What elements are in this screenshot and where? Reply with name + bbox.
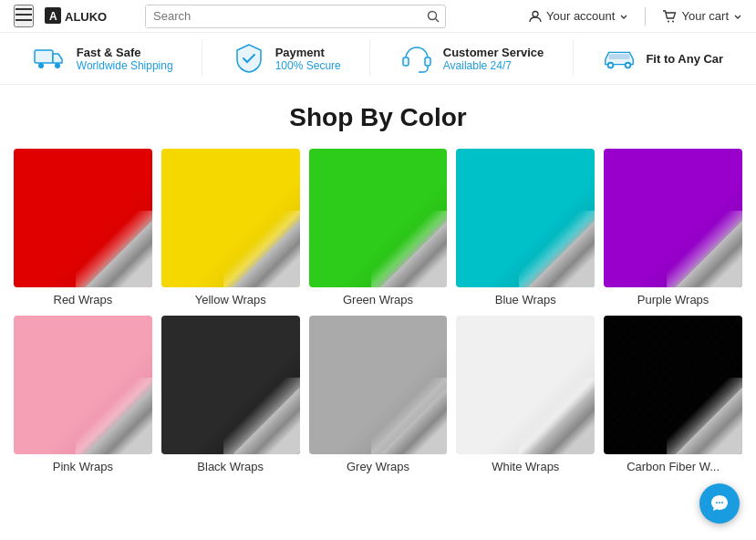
info-bar: Fast & Safe Worldwide Shipping Payment 1… <box>0 33 756 85</box>
grey-swatch <box>309 316 448 454</box>
carbon-label: Carbon Fiber W... <box>627 460 720 473</box>
shipping-title: Fast & Safe <box>77 46 173 59</box>
green-label: Green Wraps <box>343 293 413 306</box>
svg-rect-11 <box>35 50 53 63</box>
svg-point-20 <box>627 64 630 68</box>
svg-point-12 <box>38 63 44 68</box>
info-item-payment: Payment 100% Secure <box>232 41 341 76</box>
green-swatch <box>309 149 448 287</box>
red-label: Red Wraps <box>54 293 113 306</box>
cart-chevron-icon <box>733 12 742 21</box>
blue-swatch <box>456 149 595 287</box>
svg-point-8 <box>533 11 538 16</box>
peel-effect <box>676 221 742 287</box>
white-label: White Wraps <box>492 460 559 473</box>
svg-line-7 <box>436 18 440 22</box>
car-title: Fit to Any Car <box>646 52 723 66</box>
service-title: Customer Service <box>443 46 544 59</box>
yellow-swatch <box>161 149 300 287</box>
peel-effect <box>86 221 152 287</box>
main-content: Shop By Color Red Wraps Yellow Wraps Gre… <box>0 85 756 483</box>
peel-effect <box>233 221 300 287</box>
color-item-red[interactable]: Red Wraps <box>14 149 152 306</box>
chevron-down-icon <box>619 12 628 21</box>
red-swatch <box>14 149 152 287</box>
black-label: Black Wraps <box>197 460 264 473</box>
peel-effect <box>233 388 300 454</box>
svg-text:A: A <box>49 10 57 23</box>
divider-1 <box>202 40 202 77</box>
peel-effect <box>528 221 595 287</box>
info-item-car: Fit to Any Car <box>602 41 723 76</box>
service-subtitle: Available 24/7 <box>443 59 544 72</box>
search-button[interactable] <box>421 10 445 23</box>
svg-rect-16 <box>609 54 630 59</box>
purple-label: Purple Wraps <box>637 293 709 306</box>
white-swatch <box>456 316 595 454</box>
yellow-label: Yellow Wraps <box>195 293 266 306</box>
info-text-shipping: Fast & Safe Worldwide Shipping <box>77 46 173 72</box>
divider-2 <box>369 40 370 77</box>
account-label: Your account <box>546 9 615 23</box>
payment-subtitle: 100% Secure <box>275 59 341 72</box>
info-item-shipping: Fast & Safe Worldwide Shipping <box>33 41 173 76</box>
shipping-subtitle: Worldwide Shipping <box>77 59 173 72</box>
svg-point-10 <box>672 20 674 22</box>
divider-3 <box>573 40 574 77</box>
info-item-service: Customer Service Available 24/7 <box>399 41 544 76</box>
svg-point-19 <box>609 64 613 68</box>
blue-label: Blue Wraps <box>495 293 556 306</box>
color-item-grey[interactable]: Grey Wraps <box>309 316 448 473</box>
svg-rect-1 <box>16 14 32 16</box>
cart-label: Your cart <box>681 9 729 23</box>
header-divider <box>645 7 646 26</box>
peel-effect <box>676 388 742 454</box>
info-text-payment: Payment 100% Secure <box>275 46 341 72</box>
color-item-black[interactable]: Black Wraps <box>161 316 300 473</box>
hamburger-menu-button[interactable] <box>14 5 34 27</box>
color-item-blue[interactable]: Blue Wraps <box>456 149 595 306</box>
site-header: A ALUKO Your account <box>0 0 756 33</box>
black-swatch <box>161 316 300 454</box>
grey-label: Grey Wraps <box>347 460 409 473</box>
section-title: Shop By Color <box>14 103 742 132</box>
header-actions: Your account Your cart <box>529 7 742 26</box>
purple-swatch <box>604 149 742 287</box>
color-item-pink[interactable]: Pink Wraps <box>14 316 152 473</box>
color-grid: Red Wraps Yellow Wraps Green Wraps Blue … <box>14 149 742 473</box>
car-icon <box>602 41 637 76</box>
search-bar <box>145 5 446 28</box>
site-logo[interactable]: A ALUKO <box>45 5 127 27</box>
svg-rect-2 <box>16 19 32 21</box>
headset-icon <box>399 41 434 76</box>
color-item-green[interactable]: Green Wraps <box>309 149 448 306</box>
payment-title: Payment <box>275 46 341 59</box>
peel-effect <box>528 388 595 454</box>
pink-swatch <box>14 316 152 454</box>
svg-rect-0 <box>16 8 32 10</box>
truck-icon <box>33 41 67 76</box>
svg-rect-14 <box>403 57 409 66</box>
info-text-service: Customer Service Available 24/7 <box>443 46 544 72</box>
svg-point-6 <box>429 11 437 19</box>
color-item-yellow[interactable]: Yellow Wraps <box>161 149 300 306</box>
svg-point-13 <box>55 63 60 68</box>
svg-rect-15 <box>425 57 430 66</box>
search-input[interactable] <box>146 5 421 27</box>
cart-icon <box>662 10 677 23</box>
peel-effect <box>381 388 448 454</box>
color-item-white[interactable]: White Wraps <box>456 316 595 473</box>
pink-label: Pink Wraps <box>53 460 113 473</box>
account-button[interactable]: Your account <box>529 9 628 23</box>
color-item-purple[interactable]: Purple Wraps <box>604 149 742 306</box>
color-item-carbon[interactable]: Carbon Fiber W... <box>604 316 742 473</box>
info-text-car: Fit to Any Car <box>646 52 723 66</box>
svg-text:ALUKO: ALUKO <box>65 10 107 24</box>
svg-point-9 <box>668 20 669 22</box>
carbon-swatch <box>604 316 742 454</box>
peel-effect <box>86 388 152 454</box>
shield-icon <box>232 41 266 76</box>
peel-effect <box>381 221 448 287</box>
cart-button[interactable]: Your cart <box>662 9 742 23</box>
